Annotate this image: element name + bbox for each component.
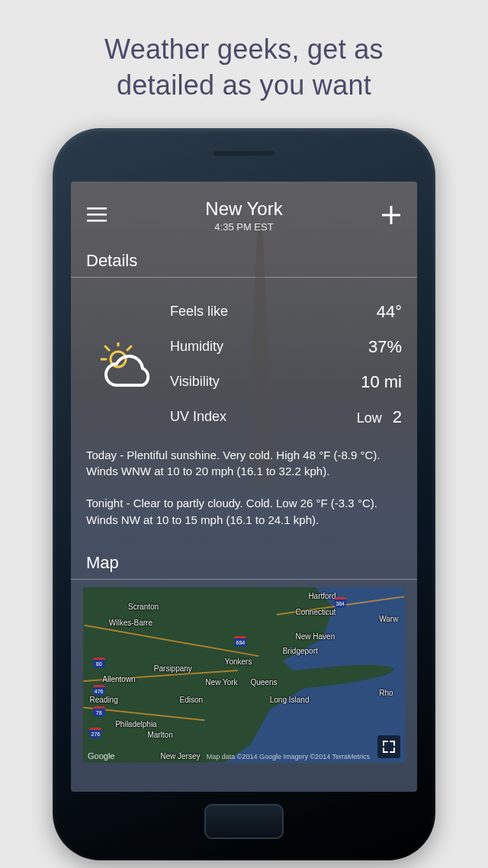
map-city-label: Reading bbox=[89, 696, 117, 704]
svg-rect-0 bbox=[87, 207, 107, 210]
stat-label: Humidity bbox=[170, 339, 223, 355]
map-city-label: Wilkes-Barre bbox=[109, 619, 152, 627]
map-city-label: New Jersey bbox=[160, 752, 200, 760]
map-city-label: Connecticut bbox=[296, 608, 336, 616]
map-view[interactable]: HartfordConnecticutWarwScrantonWilkes-Ba… bbox=[83, 587, 405, 763]
map-logo: Google bbox=[88, 751, 114, 760]
stat-feels-like: Feels like 44° bbox=[170, 294, 402, 330]
stat-value: 37% bbox=[368, 337, 402, 357]
map-city-label: Hartford bbox=[308, 592, 336, 600]
map-city-label: Scranton bbox=[128, 603, 159, 611]
route-shield: 384 bbox=[334, 597, 346, 608]
stat-humidity: Humidity 37% bbox=[170, 330, 402, 365]
map-city-label: Bridgeport bbox=[283, 647, 318, 655]
map-city-label: Marlton bbox=[147, 731, 172, 739]
svg-line-8 bbox=[105, 346, 109, 350]
app-screen: New York 4:35 PM EST Details bbox=[71, 182, 417, 792]
svg-rect-1 bbox=[87, 214, 107, 216]
forecast-today: Today - Plentiful sunshine. Very cold. H… bbox=[71, 439, 417, 488]
top-bar: New York 4:35 PM EST bbox=[71, 182, 417, 240]
map-header: Map bbox=[71, 542, 417, 580]
phone-frame: New York 4:35 PM EST Details bbox=[53, 128, 435, 860]
map-city-label: Allentown bbox=[102, 675, 135, 683]
svg-rect-4 bbox=[382, 214, 400, 217]
route-shield: 80 bbox=[93, 657, 105, 668]
stat-value: 10 mi bbox=[361, 372, 402, 392]
stat-visibility: Visibility 10 mi bbox=[170, 365, 402, 400]
map-city-label: New York bbox=[205, 678, 237, 686]
svg-rect-2 bbox=[87, 220, 107, 222]
svg-line-9 bbox=[127, 346, 131, 350]
add-location-icon[interactable] bbox=[380, 204, 402, 226]
stats-list: Feels like 44° Humidity 37% Visibility 1… bbox=[170, 294, 402, 435]
route-shield: 684 bbox=[234, 636, 246, 647]
stat-label: Feels like bbox=[170, 304, 228, 320]
stat-value: 44° bbox=[377, 302, 402, 322]
uv-level-text: Low bbox=[357, 410, 382, 426]
map-attribution: Map data ©2014 Google Imagery ©2014 Terr… bbox=[207, 753, 370, 760]
headline-line1: Weather geeks, get as bbox=[104, 34, 384, 65]
stat-uv-index: UV Index Low 2 bbox=[170, 400, 402, 435]
forecast-tonight: Tonight - Clear to partly cloudy. Cold. … bbox=[71, 487, 417, 536]
promo-headline: Weather geeks, get as detailed as you wa… bbox=[104, 32, 384, 104]
map-city-label: Queens bbox=[250, 678, 277, 686]
map-city-label: Parsippany bbox=[154, 664, 192, 673]
location-title[interactable]: New York 4:35 PM EST bbox=[108, 198, 380, 233]
stat-label: Visibility bbox=[170, 374, 220, 390]
route-shield: 476 bbox=[93, 685, 105, 696]
local-time: 4:35 PM EST bbox=[108, 221, 380, 233]
uv-value: 2 bbox=[393, 407, 402, 427]
map-city-label: Long Island bbox=[270, 696, 310, 704]
city-name: New York bbox=[108, 198, 380, 220]
details-header: Details bbox=[71, 240, 417, 278]
map-city-label: Rho bbox=[379, 689, 393, 697]
map-section: Map HartfordConnecticutWarwScrantonWilke… bbox=[71, 542, 417, 763]
partly-sunny-icon bbox=[86, 294, 170, 435]
map-city-label: Philadelphia bbox=[115, 720, 157, 728]
details-body: Feels like 44° Humidity 37% Visibility 1… bbox=[71, 281, 417, 439]
map-city-label: Yonkers bbox=[225, 657, 252, 666]
map-city-label: New Haven bbox=[296, 632, 336, 641]
map-city-label: Edison bbox=[180, 696, 204, 704]
stat-label: UV Index bbox=[170, 409, 226, 425]
map-city-label: Warw bbox=[379, 615, 398, 623]
headline-line2: detailed as you want bbox=[117, 69, 371, 101]
expand-map-icon[interactable] bbox=[377, 735, 400, 758]
route-shield: 78 bbox=[93, 706, 105, 717]
menu-icon[interactable] bbox=[86, 204, 108, 226]
route-shield: 276 bbox=[89, 728, 101, 738]
